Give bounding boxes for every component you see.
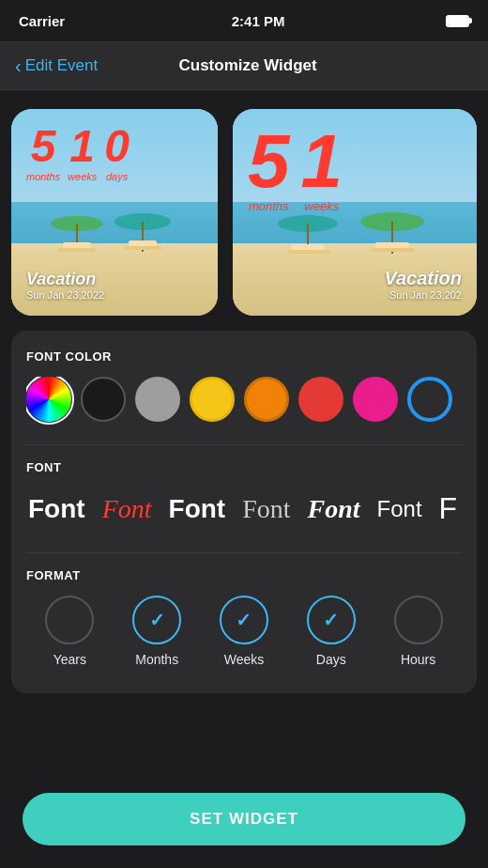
battery-indicator bbox=[446, 15, 469, 27]
countdown-row-left: 5 months 1 weeks 0 days bbox=[26, 124, 203, 182]
font-divider bbox=[26, 444, 462, 445]
format-option-hours[interactable]: Hours bbox=[381, 596, 456, 667]
countdown-item-days: 0 days bbox=[104, 124, 130, 182]
color-swatch-black[interactable] bbox=[81, 377, 126, 422]
widget-preview-left[interactable]: 5 months 1 weeks 0 days Vacation Sun Jan… bbox=[11, 109, 218, 316]
font-option-serif-italic[interactable]: Font bbox=[100, 490, 154, 528]
color-swatch-yellow[interactable] bbox=[190, 377, 235, 422]
back-arrow-icon: ‹ bbox=[15, 56, 22, 75]
color-swatch-pink[interactable] bbox=[353, 377, 398, 422]
format-circle-days bbox=[307, 596, 356, 644]
widget-preview-area: 5 months 1 weeks 0 days Vacation Sun Jan… bbox=[0, 90, 488, 331]
countdown-label-days: days bbox=[106, 171, 128, 182]
countdown-number-days: 0 bbox=[104, 124, 130, 169]
nav-title: Customize Widget bbox=[98, 56, 398, 75]
event-date-left: Sun Jan 23,2022 bbox=[26, 289, 203, 301]
color-swatch-orange[interactable] bbox=[244, 377, 289, 422]
carrier-label: Carrier bbox=[19, 13, 65, 29]
format-label-weeks: Weeks bbox=[224, 652, 265, 667]
set-widget-button[interactable]: SET WIDGET bbox=[23, 793, 465, 845]
format-option-months[interactable]: Months bbox=[119, 596, 194, 667]
back-label: Edit Event bbox=[25, 56, 99, 75]
format-circle-weeks bbox=[220, 596, 268, 644]
countdown-item-right-months: 5 months bbox=[248, 124, 290, 221]
status-bar: Carrier 2:41 PM bbox=[0, 0, 488, 41]
settings-panel: FONT COLOR FONT Font Font Font Font Font… bbox=[11, 331, 477, 693]
countdown-label-months: months bbox=[26, 171, 60, 182]
event-info-right: Vacation Sun Jan 23,202 bbox=[248, 268, 462, 301]
format-option-days[interactable]: Days bbox=[294, 596, 369, 667]
format-label-hours: Hours bbox=[401, 652, 435, 667]
label-right-months: months bbox=[249, 199, 289, 213]
color-swatch-red[interactable] bbox=[298, 377, 343, 422]
number-right-months: 5 bbox=[248, 124, 290, 199]
font-option-extra[interactable]: F bbox=[437, 488, 460, 530]
countdown-number-weeks: 1 bbox=[69, 124, 95, 169]
format-option-weeks[interactable]: Weeks bbox=[206, 596, 282, 667]
format-section-label: FORMAT bbox=[26, 568, 462, 582]
color-swatch-rainbow[interactable] bbox=[26, 377, 71, 422]
format-label-months: Months bbox=[135, 652, 178, 667]
widget-preview-right[interactable]: 5 months 1 weeks Vacation Sun Jan 23,202 bbox=[233, 109, 477, 316]
countdown-item-weeks: 1 weeks bbox=[68, 124, 97, 182]
countdown-label-weeks: weeks bbox=[68, 171, 97, 182]
font-color-label: FONT COLOR bbox=[26, 349, 462, 364]
font-section-label: FONT bbox=[26, 460, 462, 474]
format-circle-months bbox=[132, 596, 181, 644]
format-label-days: Days bbox=[316, 652, 346, 667]
format-label-years: Years bbox=[53, 652, 86, 667]
back-button[interactable]: ‹ Edit Event bbox=[15, 56, 98, 75]
format-option-row: Years Months Weeks Days Hours bbox=[26, 596, 462, 667]
event-name-left: Vacation bbox=[26, 270, 203, 289]
color-swatch-row bbox=[26, 377, 462, 426]
navigation-bar: ‹ Edit Event Customize Widget bbox=[0, 41, 488, 90]
event-date-right: Sun Jan 23,202 bbox=[248, 289, 462, 301]
format-circle-hours bbox=[394, 596, 443, 644]
font-option-row: Font Font Font Font Font Font F bbox=[26, 488, 462, 534]
number-right-weeks: 1 bbox=[301, 124, 343, 199]
color-swatch-blue-outline[interactable] bbox=[407, 377, 452, 422]
font-option-rounded[interactable]: Font bbox=[167, 490, 228, 528]
countdown-item-months: 5 months bbox=[26, 124, 60, 182]
countdown-item-right-weeks: 1 weeks bbox=[301, 124, 343, 221]
font-option-bold-italic[interactable]: Font bbox=[306, 490, 362, 528]
set-widget-label: SET WIDGET bbox=[190, 810, 298, 829]
countdown-number-months: 5 bbox=[31, 124, 56, 169]
event-info-left: Vacation Sun Jan 23,2022 bbox=[26, 270, 203, 301]
color-swatch-gray[interactable] bbox=[135, 377, 180, 422]
carrier-info: Carrier bbox=[19, 13, 70, 29]
font-option-condensed[interactable]: Font bbox=[375, 492, 424, 526]
font-option-default[interactable]: Font bbox=[26, 490, 87, 528]
event-name-right: Vacation bbox=[248, 268, 462, 289]
format-divider bbox=[26, 552, 462, 553]
status-time: 2:41 PM bbox=[232, 13, 285, 29]
font-option-thin[interactable]: Font bbox=[240, 490, 292, 528]
countdown-row-right: 5 months 1 weeks bbox=[248, 124, 462, 221]
format-option-years[interactable]: Years bbox=[32, 596, 107, 667]
format-circle-years bbox=[45, 596, 94, 644]
label-right-weeks: weeks bbox=[304, 199, 339, 213]
